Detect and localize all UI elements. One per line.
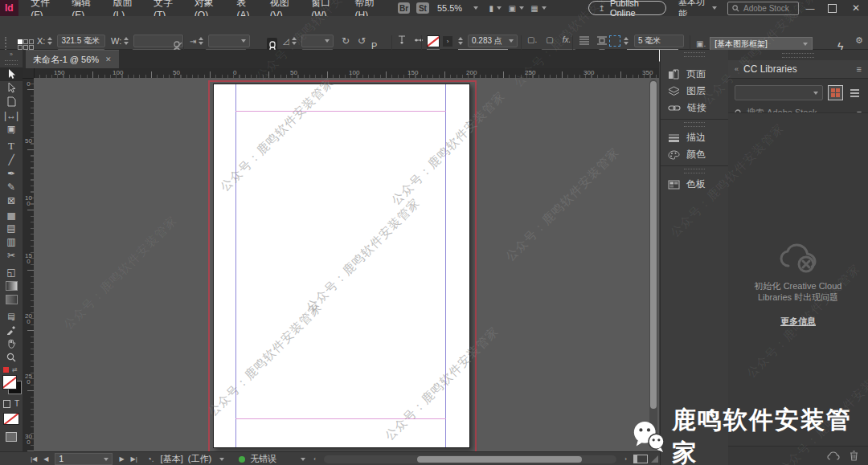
stroke-color-flyout[interactable]: › [443,36,452,47]
panel-menu-icon[interactable]: ≡ [857,64,862,74]
last-page-button[interactable]: ▶| [128,455,141,463]
horizontal-grid-tool[interactable]: ▤ [0,221,23,235]
w-stepper[interactable] [124,37,129,45]
panel-button-color[interactable]: 颜色 [661,146,728,163]
distribute-horizontal-button[interactable] [414,35,424,45]
stroke-color-swatch-none[interactable] [427,35,440,47]
ruler-origin-corner[interactable] [23,68,35,79]
view-options-dropdown[interactable]: ▣ [508,4,523,13]
gap-tool[interactable]: |↔| [0,108,23,122]
corner-shape-icon[interactable]: ▢ [546,35,553,44]
next-page-button[interactable]: ▶ [116,455,127,463]
adobe-stock-search[interactable]: Adobe Stock [727,2,799,15]
effects-fx-button[interactable]: fx. [563,35,571,44]
page-tool[interactable] [0,95,23,108]
page-number-dropdown[interactable]: 1 [55,453,113,465]
menu-object[interactable]: 对象(O) [187,0,230,16]
eyedropper-tool[interactable] [0,323,23,337]
margin-guide-bottom[interactable] [235,418,446,419]
direct-selection-tool[interactable] [0,81,23,95]
preflight-status-dropdown[interactable]: 无错误 [239,453,305,465]
wrap-around-bounding-box-button[interactable] [596,35,608,45]
shear-dropdown[interactable] [301,35,334,47]
cc-libraries-tab[interactable]: CC Libraries [743,63,797,75]
column-guide-right[interactable] [445,84,446,447]
menu-help[interactable]: 帮助(H) [348,0,390,16]
margin-guide-top[interactable] [235,111,446,112]
rectangle-frame-tool[interactable]: ⊠ [0,194,23,207]
stroke-weight-dropdown[interactable]: 0.283 点 [468,35,518,47]
minimize-button[interactable]: — [799,3,821,13]
document-tab[interactable]: 未命名-1 @ 56% ✕ [26,50,119,68]
no-text-wrap-button[interactable] [579,35,590,45]
gradient-swatch-tool[interactable] [0,279,23,292]
swap-fill-stroke-icon[interactable]: ⇄ [12,366,18,373]
maximize-button[interactable] [821,4,844,13]
line-tool[interactable]: ╱ [0,153,23,166]
rotate-ccw-button[interactable]: ↺ [358,35,366,47]
hand-tool[interactable] [0,337,23,350]
close-tab-icon[interactable]: ✕ [105,55,112,63]
list-view-button[interactable] [848,86,862,100]
pasteboard[interactable] [34,78,659,451]
panel-button-pages[interactable]: 页面 [661,66,728,83]
tools-grip[interactable] [5,60,18,65]
scissors-tool[interactable]: ✂ [0,248,23,262]
rectangle-tool[interactable]: ▅ [0,207,23,221]
zoom-level-dropdown[interactable]: 55.5% [437,3,478,13]
pen-tool[interactable]: ✒ [0,166,23,180]
shear-stepper[interactable] [292,37,297,45]
pencil-tool[interactable]: ✎ [0,180,23,194]
rotate-cw-button[interactable]: ↻ [342,35,350,47]
stock-button[interactable]: St [416,2,429,14]
scroll-right-icon[interactable]: › [621,455,630,463]
library-select-dropdown[interactable] [735,85,823,100]
column-guide-left[interactable] [235,84,236,447]
horizontal-scrollbar-track[interactable] [324,455,616,463]
panel-button-links[interactable]: 链接 [661,100,728,116]
align-top-button[interactable] [397,35,407,45]
previous-page-button[interactable]: ◀ [40,455,51,463]
note-tool[interactable]: ▤̱ [0,309,23,323]
x-stepper[interactable] [47,37,52,45]
panel-button-swatches[interactable]: 色板 [661,176,728,193]
dock-grip[interactable] [684,122,705,127]
screen-mode-dropdown[interactable]: ▮ [489,4,502,13]
collapse-tools-icon[interactable]: » [0,50,23,58]
wrap-offset-stepper[interactable] [624,37,628,45]
gradient-feather-tool[interactable] [0,292,23,306]
document-page[interactable] [213,84,470,448]
panel-button-layers[interactable]: 图层 [661,83,728,100]
menu-table[interactable]: 表(A) [229,0,262,16]
bridge-button[interactable]: Br [398,2,411,14]
content-collector-tool[interactable]: ▣̩ [0,122,23,136]
menu-edit[interactable]: 编辑(E) [64,0,105,16]
more-info-link[interactable]: 更多信息 [780,316,816,326]
zoom-tool[interactable] [0,350,23,364]
dock-grip[interactable] [684,52,705,57]
vertical-scrollbar-track[interactable] [649,80,657,439]
free-transform-tool[interactable]: ◱ [0,265,23,279]
object-style-dropdown[interactable]: [基本图形框架] [710,37,813,51]
stroke-weight-stepper[interactable] [458,37,463,45]
close-button[interactable]: ✕ [844,2,868,14]
scale-x-dropdown[interactable] [208,35,250,47]
menu-view[interactable]: 视图(V) [263,0,304,16]
menu-type[interactable]: 文字(T) [146,0,187,16]
selection-tool[interactable] [0,67,23,81]
dock-grip[interactable] [684,169,705,173]
menu-layout[interactable]: 版面(L) [106,0,146,16]
vertical-scrollbar-thumb[interactable] [650,81,657,409]
preflight-icon[interactable]: ◔. [147,455,154,463]
fill-swatch-toolbar[interactable] [2,375,17,390]
panel-button-stroke[interactable]: 描边 [661,129,728,146]
type-tool[interactable]: T [0,139,23,153]
scale-x-stepper[interactable] [199,37,203,45]
menu-file[interactable]: 文件(F) [23,0,64,16]
scroll-left-icon[interactable]: ‹ [310,455,319,463]
vertical-grid-tool[interactable]: ▥ [0,235,23,248]
publish-online-button[interactable]: ↥ Publish Online [588,1,666,15]
arrange-documents-dropdown[interactable]: ▦ [530,4,546,13]
collapse-panel-icon[interactable]: « [735,65,739,73]
corner-options-icon[interactable]: ▢. [527,35,537,44]
